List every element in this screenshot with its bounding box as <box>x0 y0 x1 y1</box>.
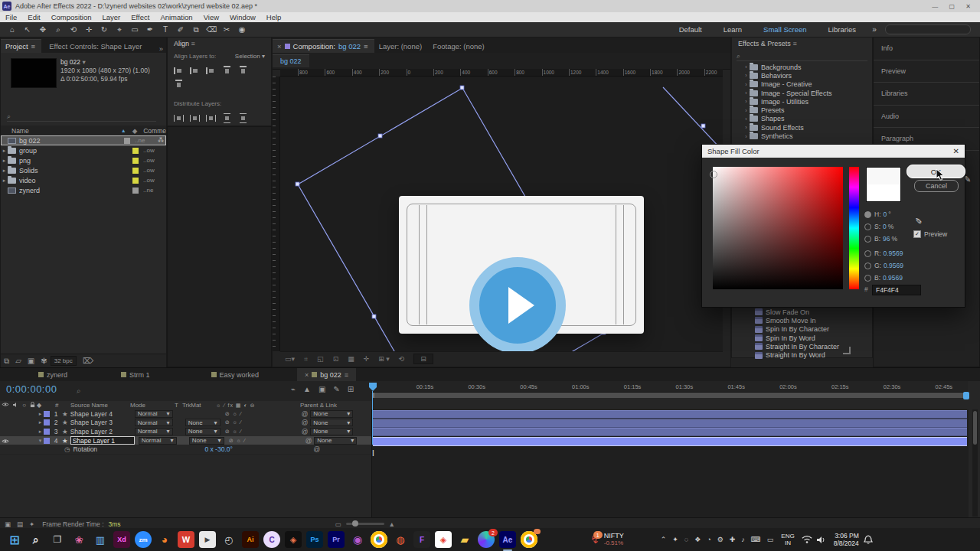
project-item-solids[interactable]: ▸ Solids ..ow <box>1 165 166 175</box>
timeline-scrollbar[interactable] <box>972 409 978 517</box>
t-column[interactable]: T <box>175 402 182 409</box>
hex-input[interactable]: F4F4F4 <box>872 285 921 295</box>
eye-icon[interactable] <box>2 439 9 444</box>
expand-inout-icon[interactable]: ▤ <box>17 520 23 528</box>
frame-blending-icon[interactable]: ▣ <box>318 385 325 393</box>
label-column-icon[interactable]: ◆ <box>132 127 138 135</box>
mode-column[interactable]: Mode <box>130 402 175 409</box>
new-composition-icon[interactable]: ▣ <box>28 357 34 365</box>
preset-item[interactable]: Straight In By Word <box>732 350 872 359</box>
layer-label-chip[interactable] <box>44 438 50 444</box>
notification-bell-icon[interactable] <box>864 535 873 545</box>
align-right-icon[interactable] <box>206 67 216 74</box>
brightness-field[interactable]: B:96% <box>864 234 897 243</box>
menu-item[interactable]: Layer <box>103 13 121 21</box>
taskbar-app-icon[interactable]: ▥ <box>92 531 109 548</box>
tool-icon[interactable]: ✐ <box>173 24 188 36</box>
tool-icon[interactable]: ✒ <box>142 24 158 36</box>
taskbar-app-icon[interactable]: F <box>413 531 430 548</box>
composition-viewport[interactable] <box>280 77 723 351</box>
project-item-video[interactable]: ▸ video ..ow <box>1 175 166 185</box>
eye-column-icon[interactable] <box>2 402 9 407</box>
menu-item[interactable]: Help <box>266 13 282 21</box>
camera-icon[interactable]: ✛ <box>364 355 370 363</box>
draft-3d-icon[interactable]: ▲ <box>303 385 311 393</box>
taskbar-app-icon[interactable]: ⊞ <box>6 531 23 548</box>
align-top-icon[interactable] <box>224 66 230 76</box>
resolution-dropdown[interactable]: ⊞ ▾ <box>378 355 390 363</box>
trkmat-dropdown[interactable]: None▾ <box>189 437 224 445</box>
taskbar-app-icon[interactable]: ❐ <box>49 531 66 548</box>
project-item-png[interactable]: ▸ png ..ow <box>1 155 166 165</box>
tool-icon[interactable]: ◉ <box>234 24 250 36</box>
tray-icon[interactable]: ⌨ <box>751 536 761 543</box>
interpret-footage-icon[interactable]: ⧉ <box>4 357 9 366</box>
red-field[interactable]: R:0.9569 <box>864 249 903 258</box>
taskbar-edge-icon[interactable]: 2 <box>478 531 495 548</box>
align-bottom-icon[interactable] <box>175 80 182 90</box>
layer-name-edit-box[interactable]: Shape Layer 1 <box>70 436 135 445</box>
volume-icon[interactable] <box>817 536 827 544</box>
project-item-zynerd[interactable]: zynerd ..ne <box>1 185 166 195</box>
taskbar-app-icon[interactable]: ◈ <box>285 531 302 548</box>
stopwatch-icon[interactable]: ◷ <box>64 445 70 453</box>
comp-tab-zynerd[interactable]: zynerd <box>31 368 75 381</box>
preset-item[interactable]: Slow Fade On <box>732 308 872 316</box>
workspace-small-screen[interactable]: Small Screen <box>763 25 807 34</box>
taskbar-app-icon[interactable]: ▰ <box>456 531 473 548</box>
new-folder-icon[interactable]: ▱ <box>15 357 21 365</box>
label-chip[interactable] <box>132 158 139 164</box>
window-controls[interactable]: — ▢ ✕ <box>932 3 975 10</box>
effects-search-input[interactable]: ⌕ <box>737 51 867 61</box>
tool-icon[interactable]: ✛ <box>81 24 96 36</box>
layer-bar-4-selected[interactable] <box>373 437 967 446</box>
taskbar-app-icon[interactable]: ◕ <box>156 531 173 548</box>
taskbar-app-icon[interactable]: ◍ <box>392 531 409 548</box>
label-chip[interactable] <box>132 187 139 194</box>
menu-item[interactable]: Effect <box>131 13 149 21</box>
taskbar-app-icon[interactable]: Xd <box>113 531 130 548</box>
parent-link-column[interactable]: Parent & Link <box>300 402 337 409</box>
trkmat-column[interactable]: TrkMat <box>182 402 216 409</box>
lock-column-icon[interactable] <box>30 402 35 408</box>
grid-options-icon[interactable]: ⌗ <box>304 355 308 364</box>
effects-folder[interactable]: › Image - Creative <box>732 80 872 89</box>
sort-arrow-icon[interactable]: ▲ <box>121 128 126 133</box>
tab-footage[interactable]: Footage: (none) <box>428 40 491 53</box>
region-of-interest-icon[interactable]: ⊡ <box>333 355 339 363</box>
tool-icon[interactable]: ↖ <box>20 24 35 36</box>
bpc-selector[interactable]: 32 bpc <box>51 356 77 366</box>
saturation-brightness-picker[interactable] <box>713 167 843 289</box>
parent-dropdown[interactable]: None▾ <box>310 428 353 435</box>
tool-icon[interactable]: ▭ <box>127 24 142 36</box>
parent-dropdown[interactable]: None▾ <box>314 437 357 445</box>
tab-composition[interactable]: × Composition: bg 022 ≡ <box>273 39 374 53</box>
parent-dropdown[interactable]: None▾ <box>310 410 353 418</box>
label-chip[interactable] <box>132 168 139 174</box>
taskbar-app-icon[interactable]: ◉ <box>349 531 366 548</box>
blend-mode-dropdown[interactable]: Normal▾ <box>135 428 173 435</box>
eyedropper-icon[interactable]: ✐ <box>915 217 922 227</box>
taskbar-app-icon[interactable]: ◈ <box>435 531 452 548</box>
preset-item[interactable]: Spin In By Word <box>732 334 872 342</box>
workspace-menu-icon[interactable]: » <box>867 24 882 36</box>
tool-icon[interactable]: ⧉ <box>188 24 204 36</box>
collapsed-panel-tab[interactable]: Audio <box>874 106 979 129</box>
dialog-title-bar[interactable]: Shape Fill Color ✕ <box>702 145 965 158</box>
panel-resize-grip[interactable] <box>843 347 851 354</box>
tray-icon[interactable]: ✦ <box>672 536 678 543</box>
effects-folder[interactable]: › Synthetics <box>732 132 872 140</box>
tray-icon[interactable]: ◔ <box>707 536 710 543</box>
collapsed-panel-tab[interactable]: Preview <box>874 60 979 83</box>
comp-tab-3[interactable]: Easy worked <box>204 368 267 381</box>
taskbar-app-icon[interactable]: Pr <box>328 531 345 548</box>
checkerboard-icon[interactable]: ▦ <box>348 355 354 363</box>
taskbar-app-icon[interactable]: C <box>263 531 280 548</box>
cancel-button[interactable]: Cancel <box>914 180 959 192</box>
work-area-bar[interactable] <box>372 393 968 398</box>
tray-icon[interactable]: ❖ <box>694 536 701 543</box>
layer-label-chip[interactable] <box>44 419 50 425</box>
source-name-column[interactable]: Source Name <box>70 402 130 409</box>
rotation-value[interactable]: 0 x -30.0° <box>204 445 286 453</box>
align-center-v-icon[interactable] <box>240 66 247 76</box>
